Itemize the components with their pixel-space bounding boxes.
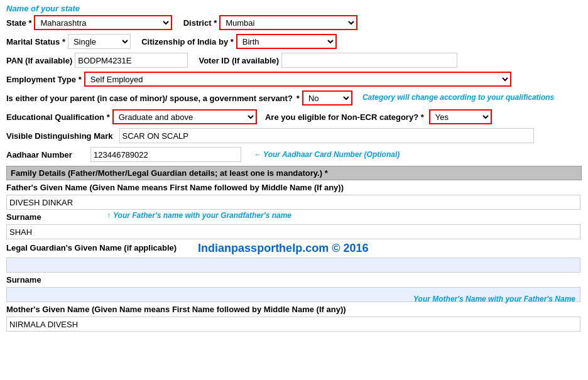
pan-input[interactable] [75, 53, 188, 68]
mark-row: Visible Distinguishing Mark [6, 128, 582, 143]
district-label: District * [183, 18, 217, 28]
family-header: Family Details (Father/Mother/Legal Guar… [6, 166, 582, 180]
mother-given-label: Mother's Given Name (Given Name means Fi… [6, 305, 582, 314]
pan-label: PAN (If available) [6, 56, 72, 65]
guardian-given-input[interactable] [6, 258, 580, 273]
pan-voter-row: PAN (If available) Voter ID (If availabl… [6, 53, 582, 68]
state-annotation-title: Name of your state [6, 4, 80, 13]
guardian-given-label: Legal Guardian's Given Name (if applicab… [6, 243, 177, 252]
citizenship-label: Citizenship of India by * [141, 37, 234, 46]
marital-select[interactable]: SingleMarriedDivorcedWidowed [68, 34, 131, 49]
employment-select[interactable]: Self EmployedSalariedStudentRetiredHomem… [84, 72, 511, 87]
state-label: State * [6, 18, 31, 28]
voter-input[interactable] [281, 53, 457, 68]
guardian-surname-row: Your Mother's Name with your Father's Na… [6, 287, 582, 302]
father-name-annotation: ↑ Your Father's name with your Grandfath… [107, 211, 291, 220]
guardian-label-row: Legal Guardian's Given Name (if applicab… [6, 242, 582, 255]
category-annotation: Category will change according to your q… [362, 93, 554, 103]
govt-question-label: Is either of your parent (in case of min… [6, 94, 293, 103]
form-page: Name of your state State * MaharashtraDe… [0, 0, 588, 340]
father-given-input[interactable] [6, 195, 580, 210]
employment-row: Employment Type * Self EmployedSalariedS… [6, 72, 582, 87]
father-surname-label: Surname [6, 212, 582, 222]
aadhaar-row: Aadhaar Number ← Your Aadhaar Card Numbe… [6, 147, 582, 162]
mother-given-input[interactable] [6, 317, 580, 332]
edu-ecr-row: Educational Qualification * Graduate and… [6, 109, 582, 124]
state-select[interactable]: MaharashtraDelhiGujaratKarnataka [34, 15, 172, 30]
mark-label: Visible Distinguishing Mark [6, 131, 113, 141]
ecr-select[interactable]: YesNo [429, 109, 492, 124]
edu-select[interactable]: Graduate and above10th Pass12th PassBelo… [112, 109, 257, 124]
marital-label: Marital Status * [6, 37, 65, 46]
state-district-row: State * MaharashtraDelhiGujaratKarnataka… [6, 15, 582, 30]
mark-input[interactable] [119, 128, 534, 143]
watermark: Indianpassporthelp.com © 2016 [198, 242, 368, 255]
voter-label: Voter ID (If available) [199, 56, 279, 65]
marital-citizenship-row: Marital Status * SingleMarriedDivorcedWi… [6, 34, 582, 49]
mother-given-row [6, 317, 582, 332]
citizenship-select[interactable]: BirthDescentRegistration [236, 34, 337, 49]
district-select[interactable]: MumbaiPuneNashik [219, 15, 357, 30]
govt-servant-row: Is either of your parent (in case of min… [6, 90, 582, 106]
guardian-given-row [6, 258, 582, 273]
father-surname-input[interactable] [6, 224, 580, 239]
father-surname-row [6, 224, 582, 239]
mother-surname-annotation: Your Mother's Name with your Father's Na… [413, 295, 575, 303]
aadhaar-input[interactable] [90, 147, 241, 162]
father-given-row: ↑ Your Father's name with your Grandfath… [6, 195, 582, 210]
guardian-surname-label: Surname [6, 275, 582, 285]
aadhaar-label: Aadhaar Number [6, 150, 88, 160]
father-given-label: Father's Given Name (Given Name means Fi… [6, 183, 582, 192]
govt-select[interactable]: NoYes [302, 90, 352, 106]
aadhaar-annotation: ← Your Aadhaar Card Number (Optional) [254, 150, 400, 159]
ecr-label: Are you eligible for Non-ECR category? * [265, 112, 424, 122]
edu-label: Educational Qualification * [6, 112, 110, 122]
employment-label: Employment Type * [6, 75, 82, 84]
